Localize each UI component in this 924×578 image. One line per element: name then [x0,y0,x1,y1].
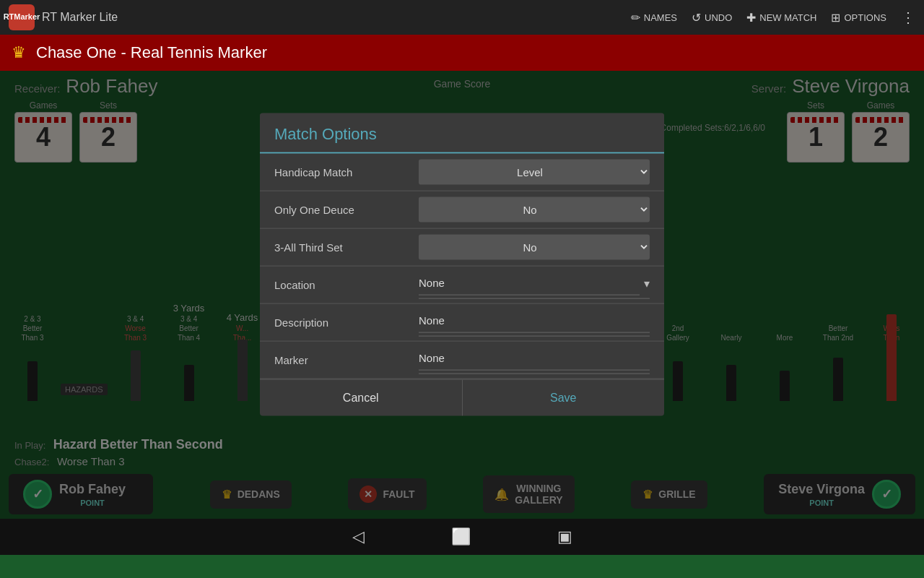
top-bar: RTMarker RT Marker Lite ✏ NAMES ↺ UNDO ✚… [0,0,924,35]
handicap-select[interactable]: Level Receive Give [419,160,650,185]
app-title: RT Marker Lite [42,11,118,24]
only-one-deuce-row: Only One Deuce No Yes [260,191,664,229]
pencil-icon: ✏ [631,11,640,25]
modal-footer: Cancel Save [260,379,664,416]
marker-label: Marker [274,354,419,366]
back-icon[interactable]: ◁ [352,527,365,546]
recent-apps-icon[interactable]: ▣ [557,527,572,546]
description-row: Description [260,304,664,342]
match-title: Chase One - Real Tennis Marker [36,43,267,62]
handicap-match-row: Handicap Match Level Receive Give [260,154,664,191]
third-set-select[interactable]: No Yes [419,235,650,260]
options-icon: ⊞ [831,11,840,25]
cancel-button[interactable]: Cancel [260,380,463,416]
top-bar-left: RTMarker RT Marker Lite [9,4,118,30]
options-button[interactable]: ⊞ OPTIONS [831,11,886,25]
app-logo: RTMarker [9,4,35,30]
match-options-modal: Match Options Handicap Match Level Recei… [260,113,664,416]
only-one-deuce-label: Only One Deuce [274,204,419,216]
save-button[interactable]: Save [463,380,665,416]
location-input[interactable] [419,271,640,296]
handicap-label: Handicap Match [274,166,419,178]
third-set-row: 3-All Third Set No Yes [260,229,664,267]
modal-header: Match Options [260,113,664,154]
marker-input[interactable] [419,346,650,371]
home-icon[interactable]: ⬜ [451,527,471,546]
only-one-deuce-select[interactable]: No Yes [419,197,650,223]
overflow-menu-icon[interactable]: ⋮ [901,9,915,26]
location-label: Location [274,279,419,291]
undo-button[interactable]: ↺ UNDO [692,11,732,25]
title-bar: ♛ Chase One - Real Tennis Marker [0,35,924,71]
description-input[interactable] [419,309,650,333]
names-button[interactable]: ✏ NAMES [631,11,677,25]
modal-body: Handicap Match Level Receive Give Only O… [260,154,664,379]
third-set-label: 3-All Third Set [274,241,419,254]
new-match-button[interactable]: ✚ NEW MATCH [746,11,816,25]
location-dropdown-icon: ▾ [644,276,650,290]
android-nav-bar: ◁ ⬜ ▣ [0,519,924,555]
description-label: Description [274,316,419,329]
marker-row: Marker [260,342,664,379]
location-row: Location ▾ [260,267,664,304]
plus-icon: ✚ [746,11,756,25]
modal-title: Match Options [274,125,377,143]
undo-icon: ↺ [692,11,701,25]
top-bar-right: ✏ NAMES ↺ UNDO ✚ NEW MATCH ⊞ OPTIONS ⋮ [631,9,915,26]
crown-icon: ♛ [12,43,26,62]
main-area: Receiver: Rob Fahey Game Score Server: S… [0,71,924,519]
